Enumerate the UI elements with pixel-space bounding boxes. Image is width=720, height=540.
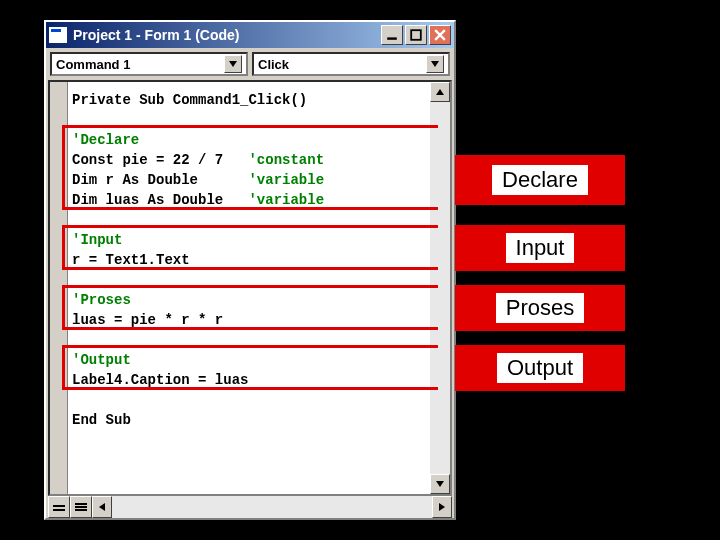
code-line: 'Output (72, 350, 426, 370)
label-input: Input (455, 225, 625, 271)
object-dropdown[interactable]: Command 1 (50, 52, 248, 76)
svg-rect-0 (387, 37, 397, 39)
code-line (72, 110, 426, 130)
minimize-button[interactable] (381, 25, 403, 45)
window-title: Project 1 - Form 1 (Code) (73, 27, 381, 43)
code-line: 'Declare (72, 130, 426, 150)
label-output-text: Output (497, 353, 583, 383)
code-line (72, 210, 426, 230)
maximize-icon (410, 29, 422, 41)
label-proses-text: Proses (496, 293, 584, 323)
vertical-scrollbar[interactable] (430, 82, 450, 494)
code-line: r = Text1.Text (72, 250, 426, 270)
code-line: luas = pie * r * r (72, 310, 426, 330)
dropdown-arrow-icon (224, 55, 242, 73)
close-icon (434, 29, 446, 41)
procedure-dropdown[interactable]: Click (252, 52, 450, 76)
object-dropdown-value: Command 1 (56, 57, 130, 72)
close-button[interactable] (429, 25, 451, 45)
code-editor: Private Sub Command1_Click() 'DeclareCon… (48, 80, 452, 496)
scroll-track[interactable] (430, 102, 450, 474)
procedure-view-icon (53, 502, 65, 512)
dropdown-row: Command 1 Click (46, 48, 454, 80)
code-line (72, 270, 426, 290)
code-line: Const pie = 22 / 7 'constant (72, 150, 426, 170)
svg-rect-2 (53, 505, 65, 507)
code-margin (50, 82, 68, 494)
titlebar[interactable]: Project 1 - Form 1 (Code) (46, 22, 454, 48)
dropdown-arrow-icon (426, 55, 444, 73)
code-line: 'Proses (72, 290, 426, 310)
form-icon (49, 27, 67, 43)
label-proses: Proses (455, 285, 625, 331)
svg-rect-1 (411, 30, 421, 40)
scroll-down-button[interactable] (430, 474, 450, 494)
code-line: Private Sub Command1_Click() (72, 90, 426, 110)
procedure-dropdown-value: Click (258, 57, 289, 72)
maximize-button[interactable] (405, 25, 427, 45)
chevron-up-icon (436, 89, 444, 95)
label-declare: Declare (455, 155, 625, 205)
procedure-view-button[interactable] (48, 496, 70, 518)
scroll-up-button[interactable] (430, 82, 450, 102)
svg-rect-3 (53, 509, 65, 511)
code-line (72, 330, 426, 350)
code-window: Project 1 - Form 1 (Code) Command 1 Clic… (44, 20, 456, 520)
code-line: Dim r As Double 'variable (72, 170, 426, 190)
chevron-right-icon (439, 503, 445, 511)
label-input-text: Input (506, 233, 575, 263)
code-line: End Sub (72, 410, 426, 430)
label-output: Output (455, 345, 625, 391)
code-line (72, 390, 426, 410)
code-line: 'Input (72, 230, 426, 250)
chevron-down-icon (436, 481, 444, 487)
scroll-right-button[interactable] (432, 496, 452, 518)
code-text-area[interactable]: Private Sub Command1_Click() 'DeclareCon… (68, 82, 430, 494)
label-declare-text: Declare (492, 165, 588, 195)
minimize-icon (386, 29, 398, 41)
code-line: Label4.Caption = luas (72, 370, 426, 390)
window-buttons (381, 25, 451, 45)
code-line: Dim luas As Double 'variable (72, 190, 426, 210)
